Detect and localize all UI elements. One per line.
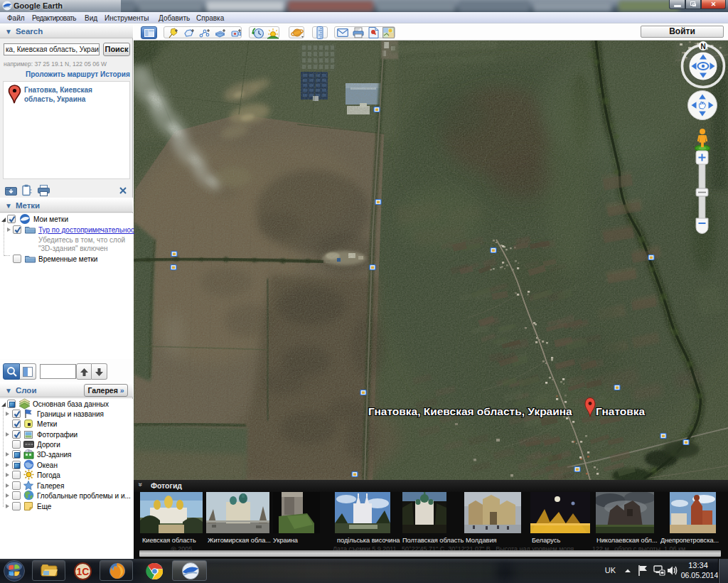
svg-text:Гнатовка: Гнатовка (596, 405, 646, 417)
svg-text:Гнатовка, Киевская область, Ук: Гнатовка, Киевская область, Украина (368, 405, 572, 417)
svg-text:N: N (700, 43, 705, 50)
svg-text:1С: 1С (77, 566, 90, 577)
